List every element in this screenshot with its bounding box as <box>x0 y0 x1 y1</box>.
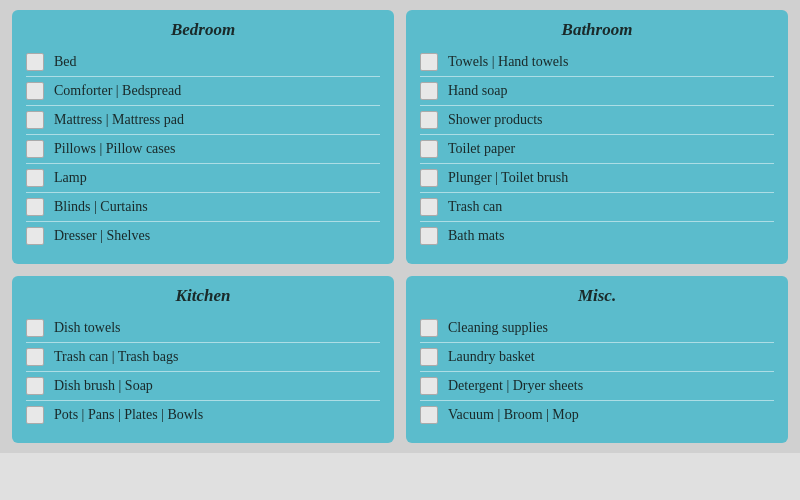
item-label: Blinds | Curtains <box>54 199 148 215</box>
item-label: Dish towels <box>54 320 121 336</box>
list-item: Lamp <box>26 164 380 193</box>
list-item: Dish brush | Soap <box>26 372 380 401</box>
checkbox[interactable] <box>420 140 438 158</box>
section-title-bedroom: Bedroom <box>26 20 380 40</box>
section-title-misc: Misc. <box>420 286 774 306</box>
checkbox[interactable] <box>26 169 44 187</box>
item-label: Mattress | Mattress pad <box>54 112 184 128</box>
list-item: Pillows | Pillow cases <box>26 135 380 164</box>
list-item: Trash can | Trash bags <box>26 343 380 372</box>
checkbox[interactable] <box>26 227 44 245</box>
item-label: Dish brush | Soap <box>54 378 153 394</box>
item-label: Pots | Pans | Plates | Bowls <box>54 407 203 423</box>
item-label: Shower products <box>448 112 543 128</box>
checkbox[interactable] <box>26 348 44 366</box>
checkbox[interactable] <box>26 406 44 424</box>
checkbox[interactable] <box>420 227 438 245</box>
item-label: Trash can <box>448 199 502 215</box>
item-label: Dresser | Shelves <box>54 228 150 244</box>
list-item: Hand soap <box>420 77 774 106</box>
list-item: Cleaning supplies <box>420 314 774 343</box>
list-item: Comforter | Bedspread <box>26 77 380 106</box>
checkbox[interactable] <box>420 319 438 337</box>
list-item: Mattress | Mattress pad <box>26 106 380 135</box>
checkbox[interactable] <box>26 82 44 100</box>
list-item: Laundry basket <box>420 343 774 372</box>
list-item: Bed <box>26 48 380 77</box>
item-label: Vacuum | Broom | Mop <box>448 407 579 423</box>
section-kitchen: KitchenDish towelsTrash can | Trash bags… <box>12 276 394 443</box>
checkbox[interactable] <box>420 82 438 100</box>
list-item: Pots | Pans | Plates | Bowls <box>26 401 380 429</box>
list-item: Towels | Hand towels <box>420 48 774 77</box>
item-label: Plunger | Toilet brush <box>448 170 568 186</box>
section-bathroom: BathroomTowels | Hand towelsHand soapSho… <box>406 10 788 264</box>
list-item: Vacuum | Broom | Mop <box>420 401 774 429</box>
list-item: Dish towels <box>26 314 380 343</box>
section-bedroom: BedroomBedComforter | BedspreadMattress … <box>12 10 394 264</box>
checkbox[interactable] <box>26 377 44 395</box>
item-label: Towels | Hand towels <box>448 54 568 70</box>
checkbox[interactable] <box>26 319 44 337</box>
item-label: Bath mats <box>448 228 504 244</box>
list-item: Bath mats <box>420 222 774 250</box>
page-container: BedroomBedComforter | BedspreadMattress … <box>0 0 800 453</box>
item-label: Lamp <box>54 170 87 186</box>
item-label: Detergent | Dryer sheets <box>448 378 583 394</box>
checkbox[interactable] <box>420 198 438 216</box>
item-label: Toilet paper <box>448 141 515 157</box>
item-label: Hand soap <box>448 83 508 99</box>
checkbox[interactable] <box>26 53 44 71</box>
checkbox[interactable] <box>420 406 438 424</box>
checkbox[interactable] <box>26 140 44 158</box>
checkbox[interactable] <box>26 111 44 129</box>
item-label: Pillows | Pillow cases <box>54 141 175 157</box>
list-item: Trash can <box>420 193 774 222</box>
item-label: Laundry basket <box>448 349 535 365</box>
list-item: Dresser | Shelves <box>26 222 380 250</box>
list-item: Detergent | Dryer sheets <box>420 372 774 401</box>
checkbox[interactable] <box>420 169 438 187</box>
item-label: Cleaning supplies <box>448 320 548 336</box>
section-misc: Misc.Cleaning suppliesLaundry basketDete… <box>406 276 788 443</box>
checkbox[interactable] <box>26 198 44 216</box>
item-label: Bed <box>54 54 77 70</box>
checkbox[interactable] <box>420 377 438 395</box>
checkbox[interactable] <box>420 53 438 71</box>
item-label: Comforter | Bedspread <box>54 83 181 99</box>
list-item: Plunger | Toilet brush <box>420 164 774 193</box>
section-title-kitchen: Kitchen <box>26 286 380 306</box>
list-item: Blinds | Curtains <box>26 193 380 222</box>
item-label: Trash can | Trash bags <box>54 349 178 365</box>
list-item: Shower products <box>420 106 774 135</box>
list-item: Toilet paper <box>420 135 774 164</box>
checkbox[interactable] <box>420 348 438 366</box>
section-title-bathroom: Bathroom <box>420 20 774 40</box>
checkbox[interactable] <box>420 111 438 129</box>
